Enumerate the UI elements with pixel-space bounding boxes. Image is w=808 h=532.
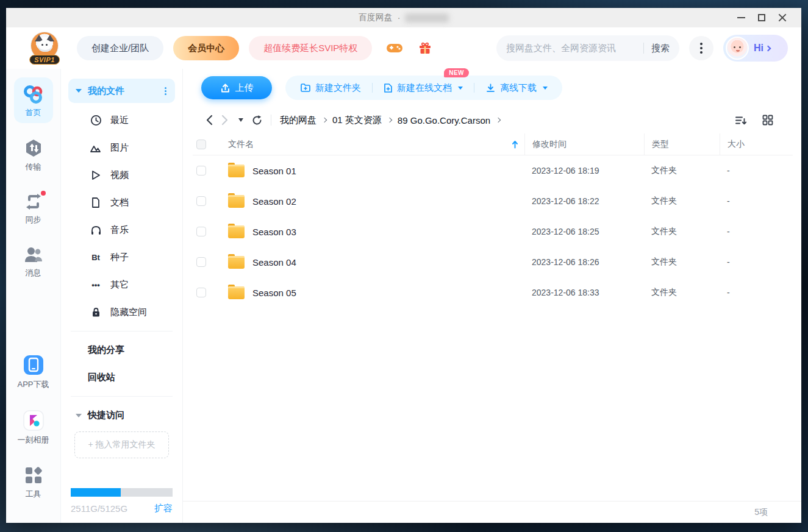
back-button[interactable] [201,112,217,128]
chevron-right-icon [765,45,771,51]
sidebar-item-pictures[interactable]: 图片 [68,134,175,161]
table-row[interactable]: Season 02 2023-12-06 18:22 文件夹 - [193,186,793,216]
table-row[interactable]: Season 01 2023-12-06 18:19 文件夹 - [193,155,793,186]
account-logo[interactable]: SVIP1 [28,32,61,65]
file-type: 文件夹 [644,287,720,298]
new-online-doc-button[interactable]: NEW 新建在线文档 [381,82,465,94]
sidebar-item-my-files[interactable]: 我的文件 [68,79,175,103]
item-count: 5项 [754,507,768,518]
window-title: 百度网盘 · [359,12,449,23]
breadcrumb-item-current[interactable]: 89 Go.Go.Cory.Carson [398,115,490,126]
refresh-button[interactable] [249,112,265,128]
new-folder-button[interactable]: 新建文件夹 [298,82,363,94]
member-center-button[interactable]: 会员中心 [173,36,239,60]
sidebar-item-videos[interactable]: 视频 [68,161,175,189]
close-button[interactable] [772,8,793,27]
sidebar-divider [71,331,173,332]
file-name[interactable]: Season 03 [252,227,296,237]
user-account-button[interactable]: Hi [723,35,788,62]
sort-ascending-icon[interactable] [512,140,518,149]
chevron-down-icon [543,87,548,90]
rail-item-transfer[interactable]: 传输 [14,132,53,177]
rail-item-home[interactable]: 首页 [14,77,53,123]
rail-item-tools[interactable]: 工具 [14,459,53,505]
main-panel: 上传 新建文件夹 NEW [183,69,801,523]
rail-item-messages[interactable]: 消息 [14,239,53,283]
sidebar-item-others[interactable]: ••• 其它 [68,271,175,299]
collapse-triangle-icon[interactable] [76,89,82,93]
messages-icon [23,245,44,264]
rail-item-app-download[interactable]: APP下载 [14,348,53,395]
folder-drop-zone[interactable]: + 拖入常用文件夹 [74,431,169,458]
app-window: 百度网盘 · SVIP1 创建企业/团队 会员中心 超值续费延长SVIP特权 搜… [6,8,801,523]
rail-item-photos[interactable]: 一刻相册 [14,403,53,450]
video-icon [89,169,102,181]
file-list: Season 01 2023-12-06 18:19 文件夹 - Season … [193,155,793,501]
sort-icon [735,115,747,126]
file-type: 文件夹 [644,165,720,176]
upload-button[interactable]: 上传 [201,76,272,99]
games-icon[interactable] [385,39,404,57]
maximize-button[interactable] [751,8,772,27]
row-checkbox[interactable] [196,196,206,206]
new-badge: NEW [444,68,469,77]
file-name[interactable]: Season 04 [252,257,296,268]
table-header: 文件名 修改时间 类型 大小 [193,133,793,155]
breadcrumb-item[interactable]: 01 英文资源 [332,115,382,126]
more-dots-icon: ••• [89,280,102,289]
sidebar-divider [71,396,173,397]
sort-order-button[interactable] [733,112,749,128]
blurred-username [405,13,449,23]
sidebar-item-documents[interactable]: 文档 [68,189,175,216]
column-header-type[interactable]: 类型 [644,133,720,155]
my-files-menu-icon[interactable] [162,85,169,98]
search-button[interactable]: 搜索 [651,43,670,54]
sidebar-item-music[interactable]: 音乐 [68,216,175,244]
sidebar-item-recent[interactable]: 最近 [68,107,175,134]
grid-view-button[interactable] [760,112,776,128]
file-name[interactable]: Season 05 [252,288,296,298]
table-row[interactable]: Season 03 2023-12-06 18:25 文件夹 - [193,216,793,247]
sidebar-item-my-shares[interactable]: 我的分享 [68,336,175,364]
row-checkbox[interactable] [196,288,206,297]
nav-separator [271,115,271,126]
collapse-triangle-icon[interactable] [76,414,82,417]
bt-icon: Bt [89,253,102,262]
minimize-button[interactable] [731,8,751,27]
notification-dot [41,191,46,196]
file-name[interactable]: Season 01 [252,166,296,176]
titlebar[interactable]: 百度网盘 · [6,8,801,27]
create-team-button[interactable]: 创建企业/团队 [77,36,163,60]
rail-item-sync[interactable]: 同步 [14,186,53,230]
row-checkbox[interactable] [196,227,206,236]
svip-renew-button[interactable]: 超值续费延长SVIP特权 [249,36,372,60]
sidebar-item-quick-access[interactable]: 快捷访问 [68,402,175,429]
breadcrumb: 我的网盘 01 英文资源 89 Go.Go.Cory.Carson [280,115,733,126]
row-checkbox[interactable] [196,166,206,176]
offline-download-button[interactable]: 离线下载 [483,82,550,94]
more-menu-button[interactable] [689,36,713,60]
file-size: - [720,257,793,267]
storage-usage-text: 2511G/5125G [71,503,127,514]
file-name[interactable]: Season 02 [252,196,296,207]
gift-icon[interactable] [416,39,434,57]
forward-button[interactable] [217,112,233,128]
chevron-down-icon [238,118,243,122]
toolbar-group: 新建文件夹 NEW 新建在线文档 [285,76,562,100]
expand-storage-link[interactable]: 扩容 [154,503,173,514]
select-all-checkbox[interactable] [196,140,206,149]
history-dropdown-button[interactable] [233,112,249,128]
row-checkbox[interactable] [196,257,206,267]
table-row[interactable]: Season 05 2023-12-06 18:33 文件夹 - [193,277,793,308]
column-header-name[interactable]: 文件名 [228,139,254,150]
sidebar-item-hidden-space[interactable]: 隐藏空间 [68,299,175,326]
breadcrumb-item-root[interactable]: 我的网盘 [280,115,316,126]
sidebar-item-recycle-bin[interactable]: 回收站 [68,364,175,391]
file-modified: 2023-12-06 18:26 [524,257,644,267]
app-title: 百度网盘 [359,12,393,23]
table-row[interactable]: Season 04 2023-12-06 18:26 文件夹 - [193,247,793,277]
column-header-size[interactable]: 大小 [720,133,793,155]
sidebar-item-torrents[interactable]: Bt 种子 [68,244,175,271]
column-header-modified[interactable]: 修改时间 [524,133,644,155]
search-input[interactable]: 搜网盘文件、全网资源资讯 搜索 [496,35,679,61]
